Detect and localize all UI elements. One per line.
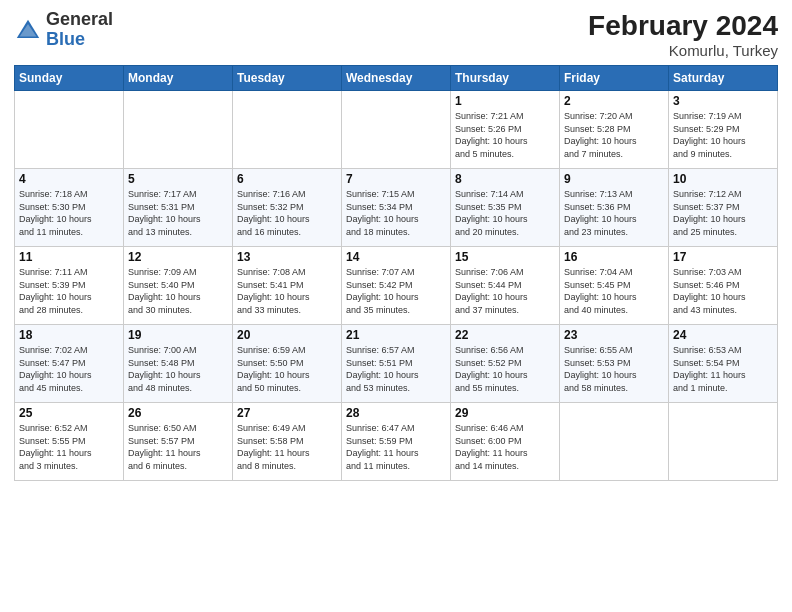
- page: General Blue February 2024 Komurlu, Turk…: [0, 0, 792, 612]
- calendar-cell: 26Sunrise: 6:50 AM Sunset: 5:57 PM Dayli…: [124, 403, 233, 481]
- cell-info-text: Sunrise: 6:47 AM Sunset: 5:59 PM Dayligh…: [346, 422, 446, 472]
- calendar-cell: 8Sunrise: 7:14 AM Sunset: 5:35 PM Daylig…: [451, 169, 560, 247]
- calendar-cell: 12Sunrise: 7:09 AM Sunset: 5:40 PM Dayli…: [124, 247, 233, 325]
- cell-day-number: 28: [346, 406, 446, 420]
- cell-day-number: 14: [346, 250, 446, 264]
- logo-general-label: General: [46, 10, 113, 30]
- calendar-table: SundayMondayTuesdayWednesdayThursdayFrid…: [14, 65, 778, 481]
- calendar-cell: 22Sunrise: 6:56 AM Sunset: 5:52 PM Dayli…: [451, 325, 560, 403]
- cell-day-number: 9: [564, 172, 664, 186]
- logo-icon: [14, 17, 42, 45]
- calendar-cell: 19Sunrise: 7:00 AM Sunset: 5:48 PM Dayli…: [124, 325, 233, 403]
- calendar-week-3: 18Sunrise: 7:02 AM Sunset: 5:47 PM Dayli…: [15, 325, 778, 403]
- calendar-cell: 23Sunrise: 6:55 AM Sunset: 5:53 PM Dayli…: [560, 325, 669, 403]
- cell-info-text: Sunrise: 7:02 AM Sunset: 5:47 PM Dayligh…: [19, 344, 119, 394]
- cell-info-text: Sunrise: 7:00 AM Sunset: 5:48 PM Dayligh…: [128, 344, 228, 394]
- cell-day-number: 11: [19, 250, 119, 264]
- day-header-thursday: Thursday: [451, 66, 560, 91]
- cell-info-text: Sunrise: 7:17 AM Sunset: 5:31 PM Dayligh…: [128, 188, 228, 238]
- cell-info-text: Sunrise: 6:59 AM Sunset: 5:50 PM Dayligh…: [237, 344, 337, 394]
- cell-info-text: Sunrise: 7:12 AM Sunset: 5:37 PM Dayligh…: [673, 188, 773, 238]
- calendar-header-row: SundayMondayTuesdayWednesdayThursdayFrid…: [15, 66, 778, 91]
- calendar-cell: 28Sunrise: 6:47 AM Sunset: 5:59 PM Dayli…: [342, 403, 451, 481]
- day-header-saturday: Saturday: [669, 66, 778, 91]
- calendar-cell: [560, 403, 669, 481]
- cell-day-number: 4: [19, 172, 119, 186]
- cell-info-text: Sunrise: 7:18 AM Sunset: 5:30 PM Dayligh…: [19, 188, 119, 238]
- calendar-cell: 13Sunrise: 7:08 AM Sunset: 5:41 PM Dayli…: [233, 247, 342, 325]
- cell-day-number: 13: [237, 250, 337, 264]
- cell-info-text: Sunrise: 7:06 AM Sunset: 5:44 PM Dayligh…: [455, 266, 555, 316]
- calendar-cell: [15, 91, 124, 169]
- day-header-wednesday: Wednesday: [342, 66, 451, 91]
- cell-info-text: Sunrise: 7:14 AM Sunset: 5:35 PM Dayligh…: [455, 188, 555, 238]
- cell-day-number: 5: [128, 172, 228, 186]
- cell-info-text: Sunrise: 7:21 AM Sunset: 5:26 PM Dayligh…: [455, 110, 555, 160]
- logo: General Blue: [14, 10, 113, 50]
- header: General Blue February 2024 Komurlu, Turk…: [14, 10, 778, 59]
- calendar-cell: [342, 91, 451, 169]
- calendar-cell: 24Sunrise: 6:53 AM Sunset: 5:54 PM Dayli…: [669, 325, 778, 403]
- calendar-cell: 15Sunrise: 7:06 AM Sunset: 5:44 PM Dayli…: [451, 247, 560, 325]
- calendar-cell: 16Sunrise: 7:04 AM Sunset: 5:45 PM Dayli…: [560, 247, 669, 325]
- calendar-cell: 18Sunrise: 7:02 AM Sunset: 5:47 PM Dayli…: [15, 325, 124, 403]
- day-header-monday: Monday: [124, 66, 233, 91]
- cell-info-text: Sunrise: 7:16 AM Sunset: 5:32 PM Dayligh…: [237, 188, 337, 238]
- cell-info-text: Sunrise: 6:52 AM Sunset: 5:55 PM Dayligh…: [19, 422, 119, 472]
- cell-day-number: 23: [564, 328, 664, 342]
- cell-info-text: Sunrise: 6:46 AM Sunset: 6:00 PM Dayligh…: [455, 422, 555, 472]
- calendar-cell: 21Sunrise: 6:57 AM Sunset: 5:51 PM Dayli…: [342, 325, 451, 403]
- calendar-week-2: 11Sunrise: 7:11 AM Sunset: 5:39 PM Dayli…: [15, 247, 778, 325]
- cell-day-number: 27: [237, 406, 337, 420]
- calendar-cell: 10Sunrise: 7:12 AM Sunset: 5:37 PM Dayli…: [669, 169, 778, 247]
- cell-info-text: Sunrise: 7:19 AM Sunset: 5:29 PM Dayligh…: [673, 110, 773, 160]
- cell-day-number: 8: [455, 172, 555, 186]
- day-header-sunday: Sunday: [15, 66, 124, 91]
- calendar-week-1: 4Sunrise: 7:18 AM Sunset: 5:30 PM Daylig…: [15, 169, 778, 247]
- cell-info-text: Sunrise: 6:53 AM Sunset: 5:54 PM Dayligh…: [673, 344, 773, 394]
- logo-blue-label: Blue: [46, 30, 113, 50]
- cell-info-text: Sunrise: 7:04 AM Sunset: 5:45 PM Dayligh…: [564, 266, 664, 316]
- calendar-title: February 2024: [588, 10, 778, 42]
- calendar-cell: [669, 403, 778, 481]
- cell-info-text: Sunrise: 7:15 AM Sunset: 5:34 PM Dayligh…: [346, 188, 446, 238]
- calendar-week-4: 25Sunrise: 6:52 AM Sunset: 5:55 PM Dayli…: [15, 403, 778, 481]
- calendar-cell: 6Sunrise: 7:16 AM Sunset: 5:32 PM Daylig…: [233, 169, 342, 247]
- calendar-cell: 29Sunrise: 6:46 AM Sunset: 6:00 PM Dayli…: [451, 403, 560, 481]
- calendar-cell: 25Sunrise: 6:52 AM Sunset: 5:55 PM Dayli…: [15, 403, 124, 481]
- calendar-cell: 2Sunrise: 7:20 AM Sunset: 5:28 PM Daylig…: [560, 91, 669, 169]
- cell-day-number: 10: [673, 172, 773, 186]
- cell-info-text: Sunrise: 7:13 AM Sunset: 5:36 PM Dayligh…: [564, 188, 664, 238]
- calendar-cell: 9Sunrise: 7:13 AM Sunset: 5:36 PM Daylig…: [560, 169, 669, 247]
- cell-info-text: Sunrise: 7:20 AM Sunset: 5:28 PM Dayligh…: [564, 110, 664, 160]
- day-header-tuesday: Tuesday: [233, 66, 342, 91]
- calendar-cell: 17Sunrise: 7:03 AM Sunset: 5:46 PM Dayli…: [669, 247, 778, 325]
- cell-day-number: 19: [128, 328, 228, 342]
- cell-info-text: Sunrise: 7:03 AM Sunset: 5:46 PM Dayligh…: [673, 266, 773, 316]
- cell-info-text: Sunrise: 7:11 AM Sunset: 5:39 PM Dayligh…: [19, 266, 119, 316]
- calendar-cell: 4Sunrise: 7:18 AM Sunset: 5:30 PM Daylig…: [15, 169, 124, 247]
- calendar-subtitle: Komurlu, Turkey: [588, 42, 778, 59]
- cell-day-number: 6: [237, 172, 337, 186]
- cell-info-text: Sunrise: 6:49 AM Sunset: 5:58 PM Dayligh…: [237, 422, 337, 472]
- calendar-cell: [233, 91, 342, 169]
- cell-info-text: Sunrise: 6:56 AM Sunset: 5:52 PM Dayligh…: [455, 344, 555, 394]
- cell-day-number: 22: [455, 328, 555, 342]
- cell-day-number: 3: [673, 94, 773, 108]
- calendar-cell: 1Sunrise: 7:21 AM Sunset: 5:26 PM Daylig…: [451, 91, 560, 169]
- cell-day-number: 15: [455, 250, 555, 264]
- day-header-friday: Friday: [560, 66, 669, 91]
- cell-info-text: Sunrise: 6:55 AM Sunset: 5:53 PM Dayligh…: [564, 344, 664, 394]
- title-block: February 2024 Komurlu, Turkey: [588, 10, 778, 59]
- calendar-week-0: 1Sunrise: 7:21 AM Sunset: 5:26 PM Daylig…: [15, 91, 778, 169]
- cell-day-number: 26: [128, 406, 228, 420]
- calendar-cell: 3Sunrise: 7:19 AM Sunset: 5:29 PM Daylig…: [669, 91, 778, 169]
- calendar-cell: 27Sunrise: 6:49 AM Sunset: 5:58 PM Dayli…: [233, 403, 342, 481]
- cell-info-text: Sunrise: 7:08 AM Sunset: 5:41 PM Dayligh…: [237, 266, 337, 316]
- logo-text: General Blue: [46, 10, 113, 50]
- cell-day-number: 18: [19, 328, 119, 342]
- cell-day-number: 29: [455, 406, 555, 420]
- cell-day-number: 1: [455, 94, 555, 108]
- cell-day-number: 17: [673, 250, 773, 264]
- calendar-cell: 7Sunrise: 7:15 AM Sunset: 5:34 PM Daylig…: [342, 169, 451, 247]
